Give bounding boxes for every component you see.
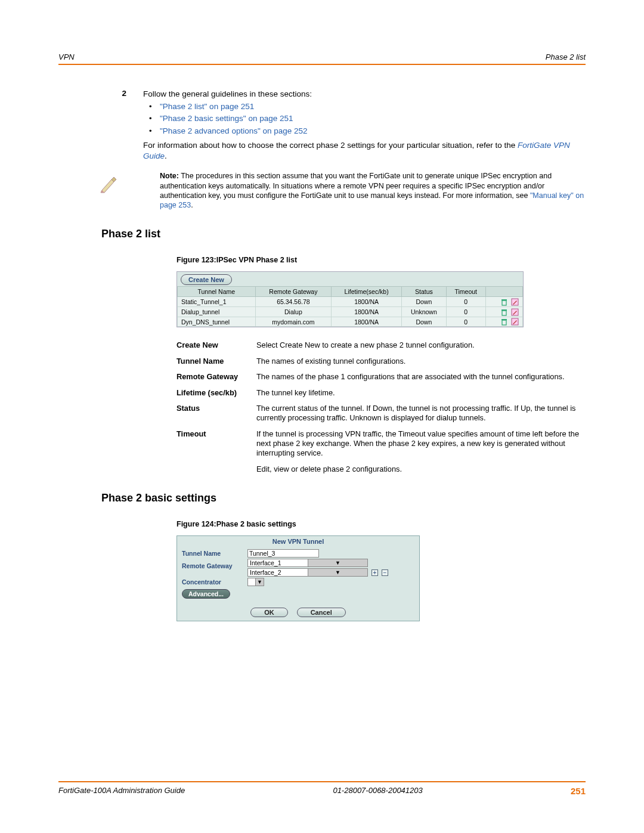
link-phase2-advanced[interactable]: "Phase 2 advanced options" on page 252 (160, 126, 308, 135)
edit-icon[interactable] (511, 308, 519, 316)
link-phase2-basic[interactable]: "Phase 2 basic settings" on page 251 (160, 114, 293, 123)
ok-button[interactable]: OK (250, 608, 288, 617)
col-tunnel-name: Tunnel Name (178, 287, 256, 297)
def-desc: Select Create New to create a new phase … (256, 340, 582, 350)
figure-124-caption: Figure 124:Phase 2 basic settings (177, 520, 586, 528)
advanced-button[interactable]: Advanced... (182, 589, 230, 599)
edit-icon[interactable] (511, 318, 519, 326)
add-gateway-button[interactable]: + (371, 569, 378, 576)
label-tunnel-name: Tunnel Name (182, 550, 247, 557)
heading-phase2-basic: Phase 2 basic settings (101, 492, 586, 504)
step-2: 2 Follow the general guidelines in these… (58, 89, 586, 162)
label-remote-gateway: Remote Gateway (182, 559, 247, 569)
page-number: 251 (571, 786, 586, 796)
step-body: Follow the general guidelines in these s… (143, 89, 586, 162)
trash-icon[interactable] (500, 298, 508, 306)
def-term: Lifetime (sec/kb) (177, 388, 256, 398)
svg-rect-4 (501, 309, 507, 311)
svg-rect-1 (501, 299, 507, 301)
col-remote-gateway: Remote Gateway (255, 287, 332, 297)
figure-123-panel: Create New Tunnel Name Remote Gateway Li… (177, 271, 524, 327)
svg-rect-0 (502, 301, 506, 305)
link-phase2-list[interactable]: "Phase 2 list" on page 251 (160, 102, 254, 111)
definition-list: Create NewSelect Create New to create a … (177, 340, 582, 474)
panel-title: New VPN Tunnel (177, 536, 419, 547)
def-desc: The names of existing tunnel configurati… (256, 357, 582, 366)
table-header-row: Tunnel Name Remote Gateway Lifetime(sec/… (178, 287, 523, 297)
remote-gateway-select-1[interactable]: Interface_1▼ (247, 559, 368, 567)
label-concentrator: Concentrator (182, 578, 247, 586)
page-header: VPN Phase 2 list (58, 52, 586, 65)
def-term: Timeout (177, 429, 256, 459)
concentrator-select[interactable]: ▼ (247, 578, 264, 586)
footer-mid: 01-28007-0068-20041203 (333, 786, 422, 796)
def-desc: If the tunnel is processing VPN traffic,… (256, 429, 582, 459)
table-row: Dyn_DNS_tunnel mydomain.com 1800/NA Down… (178, 317, 523, 327)
def-desc: The names of the phase 1 configurations … (256, 372, 582, 382)
table-row: Static_Tunnel_1 65.34.56.78 1800/NA Down… (178, 297, 523, 307)
figure-124-panel: New VPN Tunnel Tunnel Name Remote Gatewa… (177, 535, 420, 621)
svg-rect-6 (502, 320, 506, 325)
phase2-table: Tunnel Name Remote Gateway Lifetime(sec/… (177, 286, 523, 327)
def-term: Create New (177, 340, 256, 350)
note-icon (98, 174, 120, 197)
def-term: Remote Gateway (177, 372, 256, 382)
def-term (177, 465, 256, 474)
edit-icon[interactable] (511, 298, 519, 306)
remote-gateway-select-2[interactable]: Interface_2▼ (247, 568, 368, 577)
col-timeout: Timeout (446, 287, 485, 297)
def-desc: The tunnel key lifetime. (256, 388, 582, 398)
footer-left: FortiGate-100A Administration Guide (58, 786, 185, 796)
trash-icon[interactable] (500, 308, 508, 316)
note-label: Note: (160, 172, 179, 180)
header-right: Phase 2 list (546, 52, 586, 61)
svg-rect-3 (502, 311, 506, 315)
col-actions (485, 287, 522, 297)
remove-gateway-button[interactable]: − (382, 569, 388, 576)
svg-rect-7 (501, 319, 507, 320)
cancel-button[interactable]: Cancel (297, 608, 346, 617)
step-intro: Follow the general guidelines in these s… (143, 89, 586, 100)
trash-icon[interactable] (500, 318, 508, 326)
col-lifetime: Lifetime(sec/kb) (332, 287, 402, 297)
def-term: Tunnel Name (177, 357, 256, 366)
def-desc: Edit, view or delete phase 2 configurati… (256, 465, 582, 474)
header-left: VPN (58, 52, 75, 61)
chevron-down-icon: ▼ (308, 569, 367, 576)
create-new-button[interactable]: Create New (181, 274, 232, 285)
step-number: 2 (58, 89, 143, 162)
table-row: Dialup_tunnel Dialup 1800/NA Unknown 0 (178, 307, 523, 317)
note-text1: The procedures in this section assume th… (160, 172, 552, 200)
tunnel-name-input[interactable] (247, 549, 319, 558)
def-term: Status (177, 404, 256, 423)
chevron-down-icon: ▼ (255, 578, 264, 586)
chevron-down-icon: ▼ (308, 559, 367, 566)
note-block: Note: The procedures in this section ass… (58, 171, 586, 210)
heading-phase2-list: Phase 2 list (101, 228, 586, 240)
col-status: Status (401, 287, 446, 297)
def-desc: The current status of the tunnel. If Dow… (256, 404, 582, 423)
step-aftertext: For information about how to choose the … (143, 140, 586, 162)
figure-123-caption: Figure 123:IPSec VPN Phase 2 list (177, 256, 586, 264)
page-footer: FortiGate-100A Administration Guide 01-2… (58, 781, 586, 796)
